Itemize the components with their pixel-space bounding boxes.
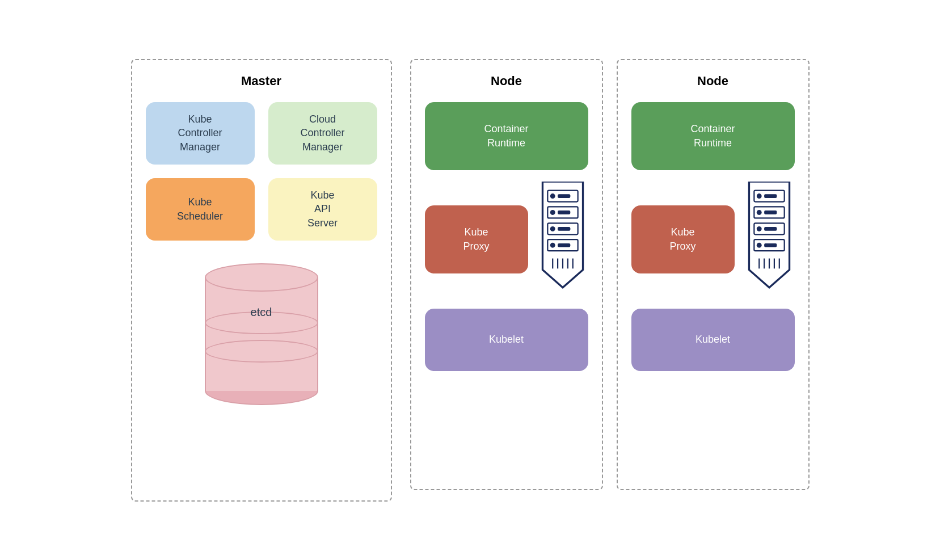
svg-point-10 — [550, 242, 555, 247]
kube-api-server: Kube API Server — [268, 178, 377, 241]
svg-rect-28 — [764, 243, 777, 247]
etcd-seam-2 — [205, 340, 318, 363]
kubelet-1: Kubelet — [425, 309, 588, 371]
etcd-body: etcd — [205, 277, 318, 391]
node-2-proxy-row: Kube Proxy — [631, 182, 795, 297]
etcd-top — [205, 263, 318, 292]
svg-point-1 — [550, 193, 555, 199]
node-box-1: Node Container Runtime Kube Proxy — [410, 59, 603, 490]
master-title: Master — [146, 74, 377, 89]
kube-scheduler: Kube Scheduler — [146, 178, 255, 241]
server-rack-1 — [537, 182, 588, 297]
svg-rect-2 — [558, 194, 570, 198]
svg-point-21 — [756, 210, 761, 215]
master-components: Kube Controller Manager Cloud Controller… — [146, 102, 377, 241]
kube-controller-manager: Kube Controller Manager — [146, 102, 255, 165]
svg-rect-19 — [764, 194, 777, 198]
node-1-title: Node — [425, 74, 588, 89]
node-box-2: Node Container Runtime Kube Proxy — [617, 59, 810, 490]
svg-point-18 — [756, 193, 761, 199]
node-1-components: Container Runtime Kube Proxy — [425, 102, 588, 371]
svg-rect-5 — [558, 210, 570, 214]
svg-rect-25 — [764, 227, 777, 231]
master-box: Master Kube Controller Manager Cloud Con… — [131, 59, 392, 502]
svg-rect-22 — [764, 210, 777, 214]
svg-point-4 — [550, 210, 555, 215]
svg-point-7 — [550, 226, 555, 231]
etcd-label: etcd — [251, 306, 272, 319]
kube-proxy-1: Kube Proxy — [425, 205, 528, 273]
server-rack-2 — [744, 182, 795, 297]
kubelet-2: Kubelet — [631, 309, 795, 371]
node-2-title: Node — [631, 74, 795, 89]
nodes-area: Node Container Runtime Kube Proxy — [410, 59, 810, 490]
container-runtime-1: Container Runtime — [425, 102, 588, 170]
svg-point-24 — [756, 226, 761, 231]
svg-rect-8 — [558, 227, 570, 231]
container-runtime-2: Container Runtime — [631, 102, 795, 170]
kubernetes-architecture-diagram: Master Kube Controller Manager Cloud Con… — [108, 36, 832, 524]
svg-rect-11 — [558, 243, 570, 247]
svg-point-27 — [756, 242, 761, 247]
etcd-cylinder: etcd — [205, 263, 318, 405]
node-2-components: Container Runtime Kube Proxy — [631, 102, 795, 371]
etcd-container: etcd — [146, 263, 377, 405]
node-1-proxy-row: Kube Proxy — [425, 182, 588, 297]
cloud-controller-manager: Cloud Controller Manager — [268, 102, 377, 165]
kube-proxy-2: Kube Proxy — [631, 205, 735, 273]
